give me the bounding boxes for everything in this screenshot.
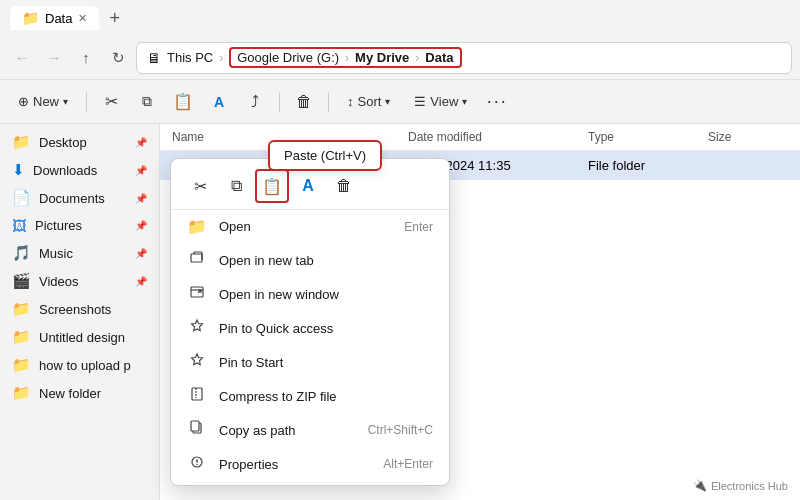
sidebar: 📁 Desktop 📌 ⬇ Downloads 📌 📄 Documents 📌 …: [0, 124, 160, 500]
sidebar-item-screenshots[interactable]: 📁 Screenshots: [0, 295, 159, 323]
forward-icon: →: [47, 49, 62, 66]
folder-tab-icon: 📁: [22, 10, 39, 26]
more-button[interactable]: ···: [481, 86, 513, 118]
share-icon: ⤴: [251, 93, 259, 111]
ctx-open-tab-label: Open in new tab: [219, 253, 433, 268]
delete-button[interactable]: 🗑: [288, 86, 320, 118]
documents-icon: 📄: [12, 189, 31, 207]
view-label: View: [430, 94, 458, 109]
svg-rect-0: [191, 254, 202, 262]
ctx-open[interactable]: 📁 Open Enter: [171, 210, 449, 243]
ctx-paste-icon: 📋: [262, 177, 282, 196]
rename-button[interactable]: A: [203, 86, 235, 118]
sidebar-item-new-folder[interactable]: 📁 New folder: [0, 379, 159, 407]
music-pin-icon: 📌: [135, 248, 147, 259]
new-button[interactable]: ⊕ New ▾: [8, 86, 78, 118]
ctx-properties-shortcut: Alt+Enter: [383, 457, 433, 471]
google-drive-label: Google Drive (G:): [237, 50, 339, 65]
ctx-open-new-tab[interactable]: Open in new tab: [171, 243, 449, 277]
cut-button[interactable]: ✂: [95, 86, 127, 118]
upload-folder-icon: 📁: [12, 356, 31, 374]
sidebar-item-music-label: Music: [39, 246, 73, 261]
toolbar-separator-3: [328, 92, 329, 112]
ctx-cut-button[interactable]: ✂: [183, 169, 217, 203]
pictures-pin-icon: 📌: [135, 220, 147, 231]
ctx-compress-label: Compress to ZIP file: [219, 389, 433, 404]
tab-close-btn[interactable]: ✕: [78, 12, 87, 25]
sidebar-item-pictures[interactable]: 🖼 Pictures 📌: [0, 212, 159, 239]
ctx-pin-quick-label: Pin to Quick access: [219, 321, 433, 336]
watermark-icon: 🔌: [693, 479, 707, 492]
active-tab[interactable]: 📁 Data ✕: [10, 6, 99, 30]
sidebar-item-untitled-design[interactable]: 📁 Untitled design: [0, 323, 159, 351]
view-icon: ☰: [414, 94, 426, 109]
context-menu: ✂ ⧉ 📋 A 🗑 📁 Open Enter Open in new tab O…: [170, 158, 450, 486]
file-table-header: Name Date modified Type Size: [160, 124, 800, 151]
ctx-copy-path-icon: [187, 420, 207, 440]
new-folder-icon: 📁: [12, 384, 31, 402]
refresh-button[interactable]: ↻: [104, 44, 132, 72]
ctx-open-window-icon: [187, 284, 207, 304]
ctx-compress-icon: [187, 386, 207, 406]
ctx-compress[interactable]: Compress to ZIP file: [171, 379, 449, 413]
data-label: Data: [425, 50, 453, 65]
ctx-copy-button[interactable]: ⧉: [219, 169, 253, 203]
up-button[interactable]: ↑: [72, 44, 100, 72]
desktop-pin-icon: 📌: [135, 137, 147, 148]
pictures-icon: 🖼: [12, 217, 27, 234]
music-icon: 🎵: [12, 244, 31, 262]
view-chevron-icon: ▾: [462, 96, 467, 107]
copy-icon: ⧉: [142, 93, 152, 110]
ctx-paste-button[interactable]: 📋: [255, 169, 289, 203]
ctx-open-new-window[interactable]: Open in new window: [171, 277, 449, 311]
sort-button[interactable]: ↕ Sort ▾: [337, 86, 400, 118]
sidebar-item-videos[interactable]: 🎬 Videos 📌: [0, 267, 159, 295]
refresh-icon: ↻: [112, 49, 125, 67]
tab-title: Data: [45, 11, 72, 26]
sidebar-item-documents-label: Documents: [39, 191, 105, 206]
col-modified: Date modified: [408, 130, 588, 144]
sidebar-item-upload[interactable]: 📁 how to upload p: [0, 351, 159, 379]
toolbar: ⊕ New ▾ ✂ ⧉ 📋 A ⤴ 🗑 ↕ Sort ▾ ☰ View ▾ ··…: [0, 80, 800, 124]
sidebar-item-desktop-label: Desktop: [39, 135, 87, 150]
ctx-properties[interactable]: Properties Alt+Enter: [171, 447, 449, 481]
address-highlight: Google Drive (G:) › My Drive › Data: [229, 47, 461, 68]
copy-button[interactable]: ⧉: [131, 86, 163, 118]
paste-button[interactable]: 📋: [167, 86, 199, 118]
ctx-copy-path-label: Copy as path: [219, 423, 356, 438]
ctx-delete-icon: 🗑: [336, 177, 352, 195]
forward-button[interactable]: →: [40, 44, 68, 72]
desktop-icon: 📁: [12, 133, 31, 151]
sidebar-item-pictures-label: Pictures: [35, 218, 82, 233]
col-type: Type: [588, 130, 708, 144]
view-button[interactable]: ☰ View ▾: [404, 86, 477, 118]
watermark-label: Electronics Hub: [711, 480, 788, 492]
sidebar-item-downloads-label: Downloads: [33, 163, 97, 178]
sort-label: Sort: [358, 94, 382, 109]
ctx-open-window-label: Open in new window: [219, 287, 433, 302]
ctx-copy-path-shortcut: Ctrl+Shift+C: [368, 423, 433, 437]
back-button[interactable]: ←: [8, 44, 36, 72]
documents-pin-icon: 📌: [135, 193, 147, 204]
my-drive-label: My Drive: [355, 50, 409, 65]
videos-icon: 🎬: [12, 272, 31, 290]
share-button[interactable]: ⤴: [239, 86, 271, 118]
ctx-copy-path[interactable]: Copy as path Ctrl+Shift+C: [171, 413, 449, 447]
ctx-pin-start[interactable]: Pin to Start: [171, 345, 449, 379]
sidebar-item-downloads[interactable]: ⬇ Downloads 📌: [0, 156, 159, 184]
sidebar-item-documents[interactable]: 📄 Documents 📌: [0, 184, 159, 212]
untitled-design-icon: 📁: [12, 328, 31, 346]
sidebar-item-music[interactable]: 🎵 Music 📌: [0, 239, 159, 267]
ctx-delete-button[interactable]: 🗑: [327, 169, 361, 203]
more-icon: ···: [487, 91, 508, 112]
computer-icon: 🖥: [147, 50, 161, 66]
new-tab-button[interactable]: +: [103, 6, 126, 31]
downloads-pin-icon: 📌: [135, 165, 147, 176]
ctx-pin-start-label: Pin to Start: [219, 355, 433, 370]
new-label: New: [33, 94, 59, 109]
sep1: ›: [219, 51, 223, 65]
ctx-rename-button[interactable]: A: [291, 169, 325, 203]
ctx-pin-quick-access[interactable]: Pin to Quick access: [171, 311, 449, 345]
address-bar[interactable]: 🖥 This PC › Google Drive (G:) › My Drive…: [136, 42, 792, 74]
sidebar-item-desktop[interactable]: 📁 Desktop 📌: [0, 128, 159, 156]
